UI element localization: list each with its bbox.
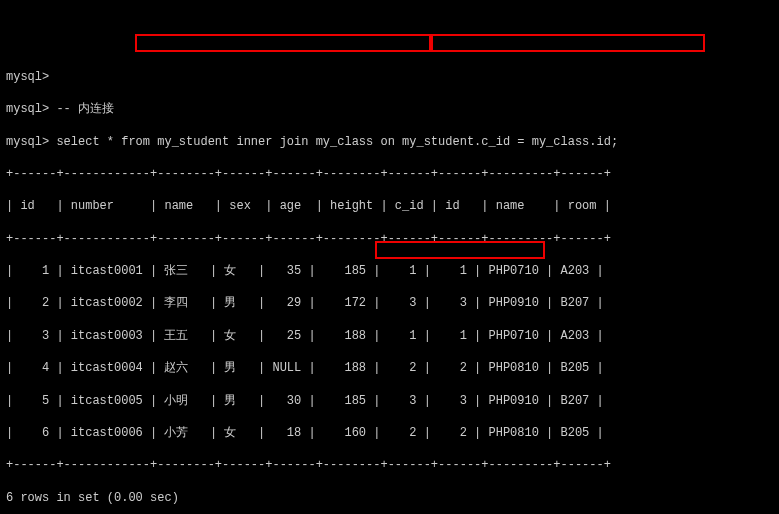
highlight-box-tables xyxy=(135,34,431,52)
result-status: 6 rows in set (0.00 sec) xyxy=(6,490,773,506)
table-row: | 5 | itcast0005 | 小明 | 男 | 30 | 185 | 3… xyxy=(6,393,773,409)
table-row: | 4 | itcast0004 | 赵六 | 男 | NULL | 188 |… xyxy=(6,360,773,376)
table-row: | 1 | itcast0001 | 张三 | 女 | 35 | 185 | 1… xyxy=(6,263,773,279)
terminal-line: mysql> xyxy=(6,69,773,85)
table-border: +------+------------+--------+------+---… xyxy=(6,166,773,182)
comment-line: mysql> -- 内连接 xyxy=(6,101,773,117)
table-border: +------+------------+--------+------+---… xyxy=(6,231,773,247)
table-row: | 2 | itcast0002 | 李四 | 男 | 29 | 172 | 3… xyxy=(6,295,773,311)
sql-query-1: mysql> select * from my_student inner jo… xyxy=(6,134,773,150)
table-row: | 3 | itcast0003 | 王五 | 女 | 25 | 188 | 1… xyxy=(6,328,773,344)
table-border: +------+------------+--------+------+---… xyxy=(6,457,773,473)
table-row: | 6 | itcast0006 | 小芳 | 女 | 18 | 160 | 2… xyxy=(6,425,773,441)
table-header: | id | number | name | sex | age | heigh… xyxy=(6,198,773,214)
highlight-box-condition-full xyxy=(431,34,705,52)
